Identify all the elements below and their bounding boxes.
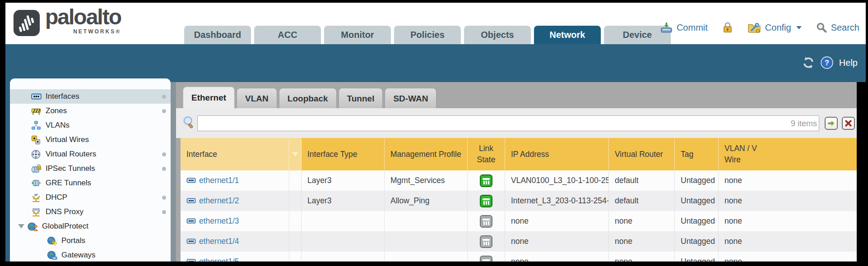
cell-tag: Untagged — [675, 252, 719, 261]
paloalto-logo: paloalto NETWORKS® — [13, 6, 121, 37]
sidebar-item-gre-tunnels[interactable]: GRE Tunnels — [10, 176, 171, 190]
nav-tab-acc[interactable]: ACC — [254, 26, 321, 44]
table-row[interactable]: ethernet1/3 none none Untagged none — [181, 211, 857, 231]
help-label[interactable]: Help — [839, 58, 858, 68]
tab-vlan[interactable]: VLAN — [237, 88, 277, 108]
interface-link[interactable]: ethernet1/4 — [186, 237, 239, 246]
sidebar-item-zones[interactable]: Zones — [10, 104, 171, 118]
column-header-tag[interactable]: Tag — [675, 138, 719, 170]
table-header: Interface Interface Type Management Prof… — [181, 138, 857, 170]
cell-vlan-virtual-wire: none — [719, 231, 857, 252]
cell-virtual-router: default — [609, 170, 675, 191]
app-window: paloalto NETWORKS® Dashboard ACC Monitor… — [0, 0, 868, 266]
nav-tab-policies[interactable]: Policies — [394, 26, 461, 44]
cell-ip-address: none — [505, 211, 609, 231]
ipsec-tunnels-icon — [31, 164, 42, 174]
commit-button[interactable]: Commit — [677, 23, 708, 33]
cell-tag: Untagged — [675, 191, 719, 211]
brand-sub: NETWORKS® — [45, 29, 121, 34]
cell-interface-type — [302, 252, 385, 261]
sidebar-item-portals[interactable]: Portals — [10, 234, 171, 248]
nav-tab-objects[interactable]: Objects — [464, 26, 531, 44]
cell-interface-type — [302, 211, 385, 231]
column-header-interface-type[interactable]: Interface Type — [302, 138, 385, 170]
table-row[interactable]: ethernet1/4 none none Untagged none — [181, 231, 857, 252]
tab-loopback[interactable]: Loopback — [279, 88, 337, 108]
column-header-virtual-router[interactable]: Virtual Router — [609, 138, 675, 170]
column-header-vlan-virtual-wire[interactable]: VLAN / V Wire — [719, 138, 857, 170]
interface-link[interactable]: ethernet1/2 — [186, 196, 239, 206]
interface-link[interactable]: ethernet1/3 — [186, 216, 239, 226]
gateways-icon — [47, 250, 58, 260]
table-row[interactable]: ethernet1/1 Layer3 Mgmt_Services VLAN010… — [181, 170, 857, 191]
item-dot — [162, 109, 166, 113]
apply-filter-button[interactable] — [825, 117, 838, 130]
item-dot — [162, 152, 166, 156]
item-dot — [162, 95, 166, 99]
item-dot — [162, 167, 166, 171]
interfaces-table: Interface Interface Type Management Prof… — [181, 138, 857, 261]
link-state-icon — [480, 174, 492, 187]
main-nav-tabs: Dashboard ACC Monitor Policies Objects N… — [184, 26, 671, 44]
virtual-routers-icon — [31, 149, 42, 159]
ethernet-port-icon — [186, 178, 196, 183]
zones-icon — [31, 106, 42, 116]
filter-input[interactable] — [197, 115, 819, 131]
sidebar-divider — [171, 82, 176, 261]
config-icon[interactable] — [747, 22, 761, 33]
tab-ethernet[interactable]: Ethernet — [183, 87, 235, 108]
cell-tag: Untagged — [675, 170, 719, 191]
link-state-icon — [480, 195, 492, 207]
refresh-icon[interactable] — [802, 56, 815, 69]
sidebar-item-virtual-wires[interactable]: Virtual Wires — [10, 133, 171, 147]
tab-sdwan[interactable]: SD-WAN — [385, 88, 436, 108]
left-teal-strip — [5, 44, 10, 261]
cell-management-profile: Allow_Ping — [385, 191, 468, 211]
nav-tab-dashboard[interactable]: Dashboard — [184, 26, 251, 44]
cell-tag: Untagged — [675, 211, 719, 231]
sort-menu-button[interactable] — [289, 138, 302, 170]
sidebar-item-ipsec-tunnels[interactable]: IPSec Tunnels — [10, 161, 171, 176]
filter-toolbar: 9 items — [176, 108, 857, 138]
cell-interface-type: Layer3 — [302, 170, 385, 191]
ethernet-port-icon — [186, 198, 196, 204]
cell-management-profile — [385, 211, 468, 231]
cell-ip-address: Internet_L3_203-0-113-254--24 — [505, 191, 609, 211]
nav-tab-monitor[interactable]: Monitor — [324, 26, 391, 44]
nav-tab-network[interactable]: Network — [534, 26, 601, 44]
sidebar-item-dns-proxy[interactable]: DNS DNS Proxy — [10, 205, 171, 219]
link-state-icon — [480, 235, 492, 248]
expander-icon[interactable] — [18, 224, 24, 229]
column-header-management-profile[interactable]: Management Profile — [385, 138, 468, 170]
column-header-interface[interactable]: Interface — [181, 138, 289, 170]
item-dot — [162, 196, 166, 200]
brand-word: paloalto — [45, 6, 121, 28]
table-row[interactable]: ethernet1/2 Layer3 Allow_Ping Internet_L… — [181, 191, 857, 211]
sidebar-item-virtual-routers[interactable]: Virtual Routers — [10, 147, 171, 161]
config-button[interactable]: Config — [765, 23, 791, 33]
cell-management-profile — [385, 231, 468, 252]
sidebar-item-gateways[interactable]: Gateways — [10, 248, 171, 261]
lock-icon[interactable] — [722, 22, 733, 33]
items-count: 9 items — [781, 119, 817, 128]
sidebar-item-dhcp[interactable]: IP DHCP — [10, 190, 171, 205]
svg-text:?: ? — [825, 59, 829, 67]
interface-link[interactable]: ethernet1/5 — [186, 257, 239, 261]
table-row[interactable]: ethernet1/5 none none Untagged none — [181, 252, 857, 261]
search-button[interactable]: Search — [831, 23, 859, 33]
cell-management-profile — [385, 252, 468, 261]
column-header-ip-address[interactable]: IP Address — [505, 138, 609, 170]
column-header-link-state[interactable]: Link State — [468, 138, 505, 170]
search-icon[interactable] — [816, 22, 827, 33]
commit-icon[interactable] — [660, 22, 673, 33]
sidebar-item-interfaces[interactable]: Interfaces — [10, 89, 171, 104]
config-caret-icon[interactable] — [796, 26, 802, 29]
cell-vlan-virtual-wire: none — [719, 170, 857, 191]
interface-link[interactable]: ethernet1/1 — [186, 176, 239, 185]
help-icon[interactable]: ? — [820, 56, 834, 69]
sidebar-item-label: Virtual Routers — [46, 150, 96, 159]
tab-tunnel[interactable]: Tunnel — [339, 88, 383, 108]
sidebar-item-globalprotect[interactable]: GlobalProtect — [10, 219, 171, 234]
clear-filter-button[interactable] — [842, 117, 855, 130]
sidebar-item-vlans[interactable]: VLANs — [10, 118, 171, 133]
